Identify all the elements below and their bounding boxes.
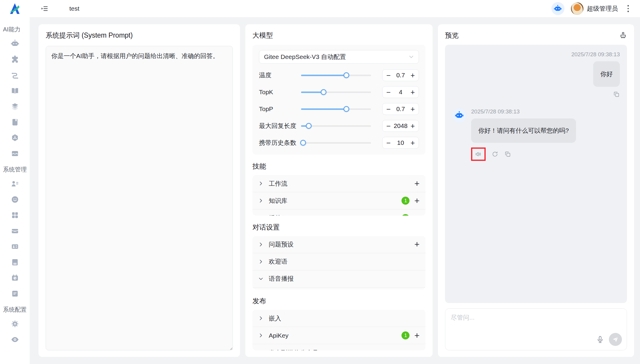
max-reply-length-decrease-button[interactable]: − [386, 122, 391, 130]
more-options-icon[interactable] [625, 3, 632, 14]
speaker-icon[interactable] [475, 151, 482, 158]
apikey-add-button[interactable]: + [414, 331, 420, 340]
sidebar-item-gear[interactable] [0, 316, 30, 332]
sidebar-item-user-list[interactable] [0, 176, 30, 192]
sidebar-item-smiley[interactable] [0, 192, 30, 207]
history-count-stepper: −10+ [382, 137, 419, 149]
user-list-icon [11, 179, 19, 188]
temperature-slider[interactable] [301, 70, 371, 81]
max-reply-length-increase-button[interactable]: + [410, 122, 415, 130]
wechat-publish-label: 发布到微信公众号 [269, 349, 319, 350]
history-count-slider-handle[interactable] [300, 140, 306, 146]
preset-questions-add-button[interactable]: + [414, 240, 420, 249]
sidebar-item-workflow[interactable] [0, 67, 30, 83]
history-count-increase-button[interactable]: + [410, 139, 415, 147]
sidebar-item-storage[interactable] [0, 146, 30, 161]
collapse-row-workflow[interactable]: 工作流+ [252, 175, 425, 192]
system-prompt-title: 系统提示词 (System Prompt) [46, 31, 233, 40]
collapse-row-plugins[interactable]: 插件2+ [252, 209, 425, 216]
top-bar: test 超级管理员 [0, 0, 640, 17]
sidebar-item-eye[interactable] [0, 332, 30, 347]
user-menu[interactable]: 超级管理员 [571, 2, 618, 15]
topk-label: TopK [259, 89, 301, 96]
sidebar-item-plugin[interactable] [0, 52, 30, 67]
system-prompt-input[interactable]: 你是一个AI助手，请根据用户的问题给出清晰、准确的回答。 [46, 46, 233, 350]
app-logo[interactable] [0, 2, 30, 15]
robot-icon [11, 39, 19, 48]
plugins-label: 插件 [269, 214, 281, 216]
sidebar-item-grid-apps[interactable] [0, 207, 30, 223]
sidebar-item-hexagon[interactable] [0, 130, 30, 146]
ledger-icon [11, 258, 19, 267]
max-reply-length-slider-handle[interactable] [306, 123, 312, 129]
workflow-add-button[interactable]: + [414, 179, 420, 188]
topp-increase-button[interactable]: + [410, 105, 415, 113]
plugins-add-button[interactable]: + [414, 214, 420, 216]
collapse-row-wechat-publish[interactable]: 发布到微信公众号 [252, 344, 425, 350]
user-message-bubble: 你好 [593, 61, 620, 87]
topp-value: 0.7 [396, 105, 405, 113]
ai-assistant-icon[interactable] [551, 2, 564, 15]
topp-slider-handle[interactable] [343, 106, 349, 112]
plugin-icon [11, 55, 19, 64]
sidebar-item-robot[interactable] [0, 36, 30, 52]
sidebar-item-timer[interactable] [0, 270, 30, 286]
temperature-increase-button[interactable]: + [410, 72, 415, 79]
regenerate-icon[interactable] [492, 151, 498, 158]
collapse-row-apikey[interactable]: ApiKey1+ [252, 327, 425, 344]
model-section-title: 大模型 [252, 31, 425, 40]
collapse-row-preset-questions[interactable]: 问题预设+ [252, 236, 425, 253]
dialog-section-title: 对话设置 [252, 223, 425, 232]
topk-stepper: −4+ [382, 86, 419, 98]
temperature-decrease-button[interactable]: − [386, 72, 391, 79]
sidebar-item-layers[interactable] [0, 99, 30, 114]
plugins-count-badge: 2 [401, 214, 409, 216]
copy-icon[interactable] [504, 151, 511, 158]
send-icon [612, 336, 619, 343]
sidebar: AI能力系统管理系统配置 [0, 17, 30, 364]
max-reply-length-slider[interactable] [301, 121, 371, 131]
microphone-icon[interactable] [596, 336, 604, 344]
topp-slider[interactable] [301, 104, 371, 114]
sidebar-item-id-card[interactable] [0, 239, 30, 254]
temperature-slider-handle[interactable] [343, 72, 349, 78]
knowledge-base-add-button[interactable]: + [414, 196, 420, 205]
sidebar-section-label: 系统管理 [0, 161, 30, 176]
temperature-stepper: −0.7+ [382, 69, 419, 81]
collapse-row-voice-broadcast[interactable]: 语音播报 [252, 270, 425, 288]
topk-slider-handle[interactable] [321, 89, 327, 95]
voice-toggle-row: 启用语音播报 [252, 288, 425, 290]
sidebar-item-note[interactable] [0, 286, 30, 302]
sidebar-item-briefcase[interactable] [0, 223, 30, 239]
max-reply-length-stepper: −2048+ [382, 120, 419, 132]
topk-increase-button[interactable]: + [410, 89, 415, 96]
sidebar-collapse-icon[interactable] [39, 3, 50, 15]
topk-row: TopK−4+ [259, 87, 419, 97]
publish-section-title: 发布 [252, 296, 425, 306]
logo-icon [9, 2, 21, 15]
collapse-row-embed[interactable]: 嵌入 [252, 310, 425, 327]
model-select-value: Gitee DeepSeek-V3 自动配置 [264, 53, 346, 61]
model-select[interactable]: Gitee DeepSeek-V3 自动配置 [259, 50, 419, 64]
max-reply-length-value: 2048 [394, 122, 408, 129]
sidebar-item-book-open[interactable] [0, 83, 30, 99]
topk-decrease-button[interactable]: − [386, 89, 391, 96]
annotation-red-box [471, 147, 486, 161]
topp-decrease-button[interactable]: − [386, 105, 391, 113]
chat-input-box [445, 308, 627, 350]
sidebar-item-notebook[interactable] [0, 114, 30, 130]
history-count-slider[interactable] [301, 137, 371, 148]
collapse-row-knowledge-base[interactable]: 知识库1+ [252, 192, 425, 209]
topk-slider[interactable] [301, 87, 371, 97]
clear-chat-icon[interactable] [619, 32, 627, 39]
sidebar-item-ledger[interactable] [0, 254, 30, 270]
copy-icon[interactable] [613, 91, 620, 98]
skills-section-title: 技能 [252, 162, 425, 171]
layers-icon [11, 102, 19, 111]
collapse-row-welcome-message[interactable]: 欢迎语 [252, 253, 425, 270]
book-open-icon [11, 86, 19, 95]
history-count-label: 携带历史条数 [259, 139, 301, 147]
briefcase-icon [11, 227, 19, 235]
history-count-decrease-button[interactable]: − [386, 139, 391, 147]
send-button[interactable] [609, 333, 622, 346]
